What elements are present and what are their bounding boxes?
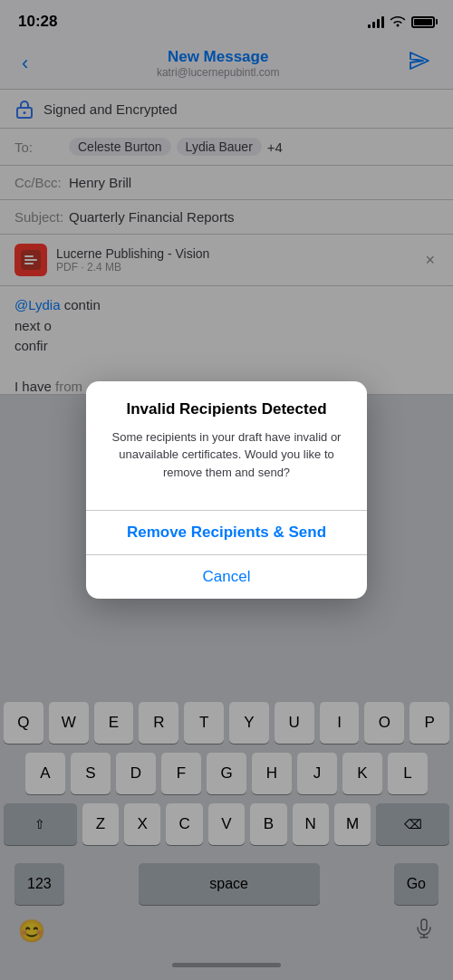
remove-recipients-button[interactable]: Remove Recipients & Send — [86, 511, 367, 555]
dialog-content: Invalid Recipients Detected Some recipie… — [86, 381, 367, 496]
dialog-message: Some recipients in your draft have inval… — [101, 428, 352, 482]
dialog-title: Invalid Recipients Detected — [101, 399, 352, 419]
dialog-overlay: Invalid Recipients Detected Some recipie… — [0, 0, 453, 980]
cancel-button[interactable]: Cancel — [86, 555, 367, 599]
dialog: Invalid Recipients Detected Some recipie… — [86, 381, 367, 600]
